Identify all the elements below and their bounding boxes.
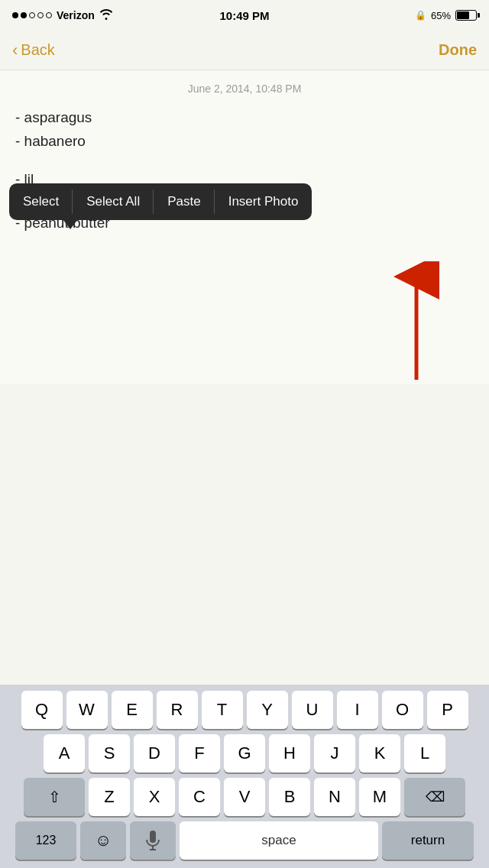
shift-key[interactable]: ⇧ [24,778,85,816]
signal-dot-3 [29,12,35,18]
key-l[interactable]: L [404,734,445,772]
key-g[interactable]: G [224,734,265,772]
emoji-key[interactable]: ☺ [80,821,126,860]
key-a[interactable]: A [44,734,85,772]
key-d[interactable]: D [134,734,175,772]
keyboard: Q W E R T Y U I O P A S D F G H J K L ⇧ … [0,685,489,868]
signal-dots [12,12,52,18]
key-b[interactable]: B [269,778,310,816]
note-content[interactable]: - asparagus - habanero [15,107,474,152]
key-n[interactable]: N [314,778,355,816]
context-paste[interactable]: Paste [154,183,214,220]
status-left: Verizon [12,9,113,22]
key-r[interactable]: R [157,691,198,729]
note-date: June 2, 2014, 10:48 PM [15,83,474,95]
battery-indicator [455,10,477,21]
lock-icon: 🔒 [415,10,426,21]
note-wrapper: June 2, 2014, 10:48 PM - asparagus - hab… [0,70,489,384]
done-button[interactable]: Done [439,41,477,59]
status-right: 🔒 65% [415,10,477,21]
key-o[interactable]: O [382,691,423,729]
status-bar: Verizon 10:49 PM 🔒 65% [0,0,489,31]
wifi-icon [99,9,113,22]
keyboard-row-3: ⇧ Z X C V B N M ⌫ [3,778,486,816]
battery-percent: 65% [431,10,451,21]
key-z[interactable]: Z [89,778,130,816]
keyboard-row-2: A S D F G H J K L [3,734,486,772]
signal-dot-4 [37,12,44,18]
numbers-key[interactable]: 123 [15,821,76,860]
context-select[interactable]: Select [9,183,73,220]
key-j[interactable]: J [314,734,355,772]
key-k[interactable]: K [359,734,400,772]
back-label: Back [21,41,54,59]
key-u[interactable]: U [292,691,333,729]
note-area[interactable]: June 2, 2014, 10:48 PM - asparagus - hab… [0,70,489,166]
signal-dot-2 [21,12,27,18]
key-x[interactable]: X [134,778,175,816]
context-insert-photo[interactable]: Insert Photo [215,183,313,220]
delete-key[interactable]: ⌫ [404,778,465,816]
keyboard-row-4: 123 ☺ space return [3,821,486,860]
key-m[interactable]: M [359,778,400,816]
arrow-annotation [367,261,443,387]
carrier-label: Verizon [57,9,95,21]
key-y[interactable]: Y [247,691,288,729]
return-key[interactable]: return [382,821,474,860]
key-h[interactable]: H [269,734,310,772]
key-f[interactable]: F [179,734,220,772]
key-e[interactable]: E [112,691,153,729]
svg-rect-2 [150,831,156,843]
status-time: 10:49 PM [219,9,269,22]
context-menu: Select Select All Paste Insert Photo [9,183,312,220]
note-line-2: - habanero [15,131,474,153]
back-chevron-icon: ‹ [12,40,18,60]
context-select-all[interactable]: Select All [73,183,154,220]
space-key[interactable]: space [180,821,378,860]
signal-dot-1 [12,12,18,18]
key-w[interactable]: W [66,691,108,729]
key-v[interactable]: V [224,778,265,816]
mic-key[interactable] [130,821,176,860]
nav-bar: ‹ Back Done [0,31,489,70]
key-t[interactable]: T [202,691,243,729]
signal-dot-5 [46,12,52,18]
key-q[interactable]: Q [21,691,63,729]
keyboard-row-1: Q W E R T Y U I O P [3,691,486,729]
key-c[interactable]: C [179,778,220,816]
note-line-1: - asparagus [15,107,474,129]
key-s[interactable]: S [89,734,130,772]
key-p[interactable]: P [427,691,468,729]
key-i[interactable]: I [337,691,378,729]
back-button[interactable]: ‹ Back [12,40,55,60]
